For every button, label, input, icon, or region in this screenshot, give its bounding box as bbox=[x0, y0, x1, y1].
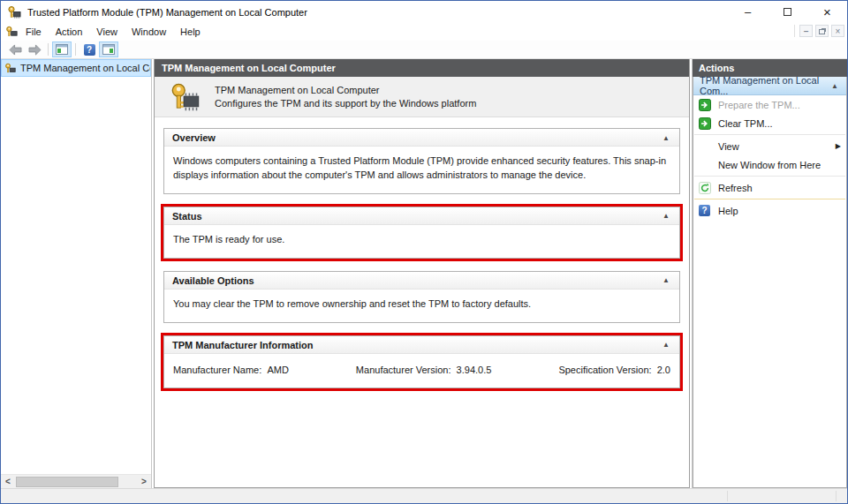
menu-help[interactable]: Help bbox=[174, 25, 207, 39]
tpm-key-icon-small bbox=[5, 26, 18, 38]
collapse-arrow-icon[interactable]: ▲ bbox=[662, 134, 671, 142]
action-pane-icon bbox=[102, 44, 115, 55]
mdi-minimize-button[interactable]: – bbox=[799, 25, 813, 37]
collapse-arrow-icon[interactable]: ▲ bbox=[662, 276, 671, 284]
specification-version-field: Specification Version: 2.0 bbox=[558, 365, 670, 375]
action-label: New Window from Here bbox=[718, 160, 821, 170]
action-help[interactable]: ? Help bbox=[693, 201, 846, 220]
menu-file[interactable]: File bbox=[19, 25, 48, 39]
section-title: Available Options bbox=[172, 275, 254, 286]
section-status-header[interactable]: Status ▲ bbox=[164, 207, 679, 225]
green-arrow-icon bbox=[698, 99, 711, 111]
action-label: Prepare the TPM... bbox=[718, 100, 800, 110]
tpm-mmc-window: Trusted Platform Module (TPM) Management… bbox=[0, 0, 848, 504]
section-manufacturer-info: TPM Manufacturer Information ▲ Manufactu… bbox=[163, 335, 680, 388]
results-content: Overview ▲ Windows computers containing … bbox=[155, 117, 689, 487]
section-title: TPM Manufacturer Information bbox=[172, 340, 314, 350]
section-overview: Overview ▲ Windows computers containing … bbox=[163, 128, 680, 194]
manufacturer-version-field: Manufacturer Version: 3.94.0.5 bbox=[356, 365, 492, 375]
section-overview-body: Windows computers containing a Trusted P… bbox=[164, 147, 679, 193]
section-available-options-header[interactable]: Available Options ▲ bbox=[164, 272, 679, 290]
section-available-options-body: You may clear the TPM to remove ownershi… bbox=[164, 290, 679, 322]
manufacturer-name-field: Manufacturer Name: AMD bbox=[173, 365, 289, 375]
mdi-close-button[interactable]: × bbox=[831, 25, 844, 37]
actions-pane: Actions TPM Management on Local Com... ▲… bbox=[692, 59, 847, 488]
menu-view[interactable]: View bbox=[90, 25, 124, 39]
mdi-window-controls: – × bbox=[794, 25, 844, 37]
actions-pane-body: TPM Management on Local Com... ▲ Prepare… bbox=[693, 77, 847, 488]
banner-title: TPM Management on Local Computer bbox=[215, 84, 476, 97]
window-controls: – × bbox=[728, 1, 847, 23]
banner-subtitle: Configures the TPM and its support by th… bbox=[215, 97, 476, 110]
toolbar-separator bbox=[75, 43, 76, 56]
scroll-right-arrow[interactable]: > bbox=[137, 477, 151, 486]
manufacturer-name-value: AMD bbox=[267, 365, 288, 375]
specification-version-value: 2.0 bbox=[657, 365, 670, 375]
statusbar-divider bbox=[727, 491, 728, 501]
section-title: Status bbox=[172, 211, 202, 222]
action-clear-tpm[interactable]: Clear TPM... bbox=[693, 114, 846, 132]
tpm-key-icon bbox=[4, 63, 16, 74]
restore-icon bbox=[819, 29, 825, 34]
mdi-restore-button[interactable] bbox=[815, 25, 829, 37]
action-view[interactable]: View ▶ bbox=[693, 137, 846, 155]
collapse-arrow-icon[interactable]: ▲ bbox=[662, 212, 671, 220]
tpm-key-icon-large bbox=[169, 81, 201, 113]
action-prepare-tpm: Prepare the TPM... bbox=[693, 95, 846, 114]
action-refresh[interactable]: Refresh bbox=[693, 178, 846, 197]
actions-separator bbox=[694, 134, 845, 135]
minimize-button[interactable]: – bbox=[728, 1, 768, 23]
section-status: Status ▲ The TPM is ready for use. bbox=[163, 207, 680, 259]
toolbar-separator bbox=[48, 43, 49, 56]
window-title: Trusted Platform Module (TPM) Management… bbox=[27, 7, 307, 18]
section-available-options: Available Options ▲ You may clear the TP… bbox=[163, 271, 680, 323]
back-button[interactable] bbox=[5, 41, 25, 57]
tpm-key-icon bbox=[7, 5, 21, 19]
toolbar: ? bbox=[1, 41, 847, 59]
action-label: Clear TPM... bbox=[718, 118, 773, 129]
menu-bar: File Action View Window Help – × bbox=[1, 23, 847, 41]
collapse-arrow-icon[interactable]: ▲ bbox=[831, 82, 840, 90]
green-arrow-icon bbox=[698, 117, 711, 130]
action-label: View bbox=[718, 141, 739, 152]
console-tree-pane: TPM Management on Local Comp < > bbox=[1, 59, 152, 488]
collapse-arrow-icon[interactable]: ▲ bbox=[662, 341, 671, 349]
back-arrow-icon bbox=[9, 44, 22, 56]
menu-action[interactable]: Action bbox=[49, 25, 89, 39]
scrollbar-thumb[interactable] bbox=[16, 477, 118, 487]
actions-pane-header: Actions bbox=[693, 59, 847, 77]
statusbar-divider bbox=[836, 491, 837, 501]
help-icon: ? bbox=[699, 205, 710, 216]
title-bar: Trusted Platform Module (TPM) Management… bbox=[1, 1, 847, 23]
actions-title: Actions bbox=[699, 63, 734, 73]
show-action-pane-button[interactable] bbox=[99, 41, 118, 57]
maximize-icon bbox=[784, 8, 791, 16]
section-manufacturer-info-header[interactable]: TPM Manufacturer Information ▲ bbox=[164, 336, 679, 354]
scroll-left-arrow[interactable]: < bbox=[1, 477, 15, 486]
action-new-window[interactable]: New Window from Here bbox=[693, 155, 846, 174]
actions-separator bbox=[694, 176, 845, 177]
actions-group-header[interactable]: TPM Management on Local Com... ▲ bbox=[693, 77, 846, 95]
status-bar bbox=[1, 488, 847, 503]
forward-button[interactable] bbox=[25, 41, 44, 57]
menu-window[interactable]: Window bbox=[125, 25, 172, 39]
maximize-button[interactable] bbox=[768, 1, 807, 23]
snapin-banner: TPM Management on Local Computer Configu… bbox=[155, 77, 689, 117]
close-button[interactable]: × bbox=[807, 1, 847, 23]
manufacturer-version-value: 3.94.0.5 bbox=[457, 365, 492, 375]
section-status-body: The TPM is ready for use. bbox=[164, 225, 679, 258]
forward-arrow-icon bbox=[28, 44, 42, 56]
banner-text: TPM Management on Local Computer Configu… bbox=[215, 84, 476, 110]
refresh-icon bbox=[698, 182, 711, 194]
results-pane: TPM Management on Local Computer bbox=[154, 59, 690, 488]
help-toolbar-button[interactable]: ? bbox=[80, 41, 99, 57]
horizontal-scrollbar[interactable]: < > bbox=[1, 474, 151, 488]
actions-group-title: TPM Management on Local Com... bbox=[700, 75, 831, 96]
help-icon: ? bbox=[84, 44, 95, 56]
tree-item-tpm-management[interactable]: TPM Management on Local Comp bbox=[1, 59, 151, 77]
main-area: TPM Management on Local Comp < > TPM Man… bbox=[1, 59, 847, 488]
show-console-tree-button[interactable] bbox=[52, 41, 72, 57]
submenu-arrow-icon: ▶ bbox=[836, 142, 841, 150]
section-overview-header[interactable]: Overview ▲ bbox=[164, 129, 679, 147]
actions-separator-warm bbox=[694, 199, 845, 199]
